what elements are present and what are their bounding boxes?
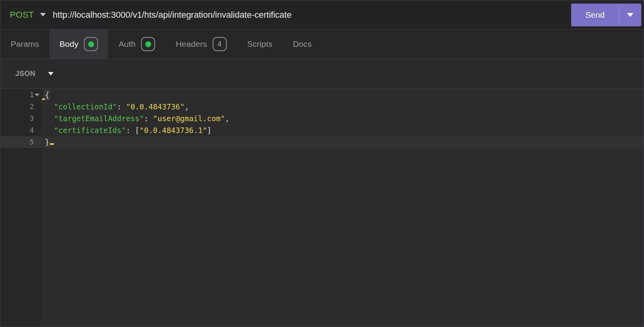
code-line-1[interactable]: 1 { [0, 89, 644, 101]
tab-body-label: Body [59, 39, 78, 49]
code-line-3[interactable]: 3 "targetEmailAddress": "user@gmail.com"… [0, 113, 644, 124]
request-bar: POST http://localhost:3000/v1/hts/api/in… [0, 0, 644, 30]
send-button-label[interactable]: Send [571, 4, 619, 26]
tab-docs[interactable]: Docs [283, 30, 322, 59]
line-number: 2 [7, 101, 41, 113]
open-brace-token: { [45, 91, 49, 99]
code-line-4[interactable]: 4 "certificateIds": ["0.0.4843736.1"] [0, 124, 644, 136]
green-dot-icon [88, 41, 94, 47]
auth-status-badge [141, 37, 155, 51]
json-key-token: "targetEmailAddress" [54, 114, 144, 123]
tab-docs-label: Docs [293, 39, 312, 49]
rest-client-window: POST http://localhost:3000/v1/hts/api/in… [0, 0, 644, 327]
body-format-bar: JSON [0, 59, 644, 89]
headers-count: 4 [218, 40, 222, 48]
json-key-token: "certificateIds" [54, 126, 126, 135]
headers-count-badge: 4 [213, 37, 227, 51]
tab-body[interactable]: Body [49, 30, 108, 59]
send-button[interactable]: Send [571, 4, 641, 26]
json-value-token: "0.0.4843736" [126, 102, 185, 111]
tab-params-label: Params [11, 39, 39, 49]
request-tabs: Params Body Auth Headers 4 Scripts Docs [0, 30, 644, 59]
tab-scripts[interactable]: Scripts [237, 30, 283, 59]
method-select[interactable]: POST [10, 10, 34, 20]
send-options-button[interactable] [619, 4, 641, 26]
tab-scripts-label: Scripts [247, 39, 272, 49]
tab-headers-label: Headers [176, 39, 207, 49]
tab-params[interactable]: Params [0, 30, 49, 59]
tab-headers[interactable]: Headers 4 [165, 30, 237, 59]
close-brace-token: } [45, 138, 49, 146]
green-dot-icon [145, 41, 151, 47]
body-format-select[interactable]: JSON [15, 70, 35, 78]
json-value-token: "0.0.4843736.1" [139, 126, 207, 135]
format-dropdown-caret-icon[interactable] [48, 72, 54, 76]
code-line-2[interactable]: 2 "collectionId": "0.0.4843736", [0, 101, 644, 113]
method-dropdown-caret-icon[interactable] [40, 13, 46, 17]
send-dropdown-caret-icon [627, 13, 633, 17]
open-bracket-token: [ [135, 126, 139, 135]
tab-auth-label: Auth [118, 39, 135, 49]
tab-auth[interactable]: Auth [108, 30, 165, 59]
url-input[interactable]: http://localhost:3000/v1/hts/api/integra… [53, 10, 292, 20]
json-value-token: "user@gmail.com" [153, 114, 225, 123]
json-key-token: "collectionId" [54, 102, 117, 111]
line-number: 4 [7, 124, 41, 136]
close-bracket-token: ] [207, 126, 211, 135]
code-line-5-current[interactable]: 5 } [0, 136, 644, 148]
fold-caret-icon[interactable] [35, 94, 39, 96]
body-status-badge [84, 37, 98, 51]
text-cursor [50, 143, 54, 145]
line-number: 3 [7, 113, 41, 124]
json-body-editor[interactable]: 1 { 2 "collectionId": "0.0.4843736", 3 "… [0, 89, 644, 327]
line-number: 5 [7, 136, 41, 148]
